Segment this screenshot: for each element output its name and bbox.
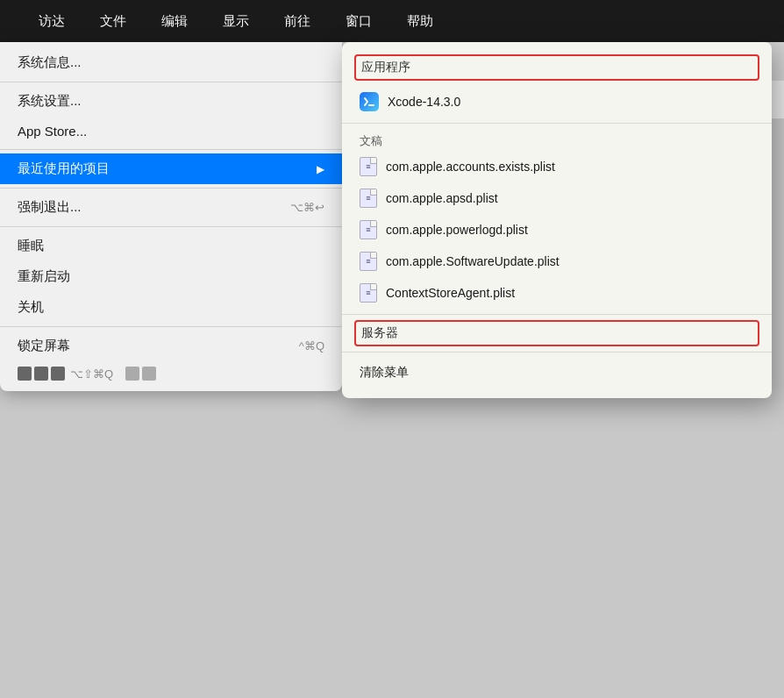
menu-item-force-quit-label: 强制退出... bbox=[18, 199, 82, 216]
menubar-item-file[interactable]: 文件 bbox=[93, 10, 133, 33]
menu-item-app-store-label: App Store... bbox=[18, 124, 87, 139]
submenu-clear-menu[interactable]: 清除菜单 bbox=[342, 358, 772, 388]
menu-item-lock-screen[interactable]: 锁定屏幕 ^⌘Q bbox=[0, 331, 342, 361]
menubar-item-finder[interactable]: 访达 bbox=[32, 10, 72, 33]
menu-item-sleep[interactable]: 睡眠 bbox=[0, 231, 342, 261]
menu-item-restart[interactable]: 重新启动 bbox=[0, 261, 342, 292]
menu-item-restart-label: 重新启动 bbox=[18, 268, 70, 285]
doc-name-5: ContextStoreAgent.plist bbox=[386, 286, 515, 300]
user-avatar-icons bbox=[18, 367, 65, 381]
doc-file-icon-4: ≡ bbox=[360, 252, 377, 271]
menu-item-shutdown[interactable]: 关机 bbox=[0, 292, 342, 323]
menubar-item-window[interactable]: 窗口 bbox=[339, 10, 379, 33]
doc-file-icon-1: ≡ bbox=[360, 157, 377, 176]
doc-file-icon-3: ≡ bbox=[360, 220, 377, 239]
submenu-item-xcode[interactable]: Xcode-14.3.0 bbox=[342, 86, 772, 118]
submenu-doc-3[interactable]: ≡ com.apple.powerlogd.plist bbox=[342, 214, 772, 246]
avatar-icon-1 bbox=[18, 367, 32, 381]
submenu-doc-1[interactable]: ≡ com.apple.accounts.exists.plist bbox=[342, 151, 772, 182]
menu-item-system-info[interactable]: 系统信息... bbox=[0, 47, 342, 78]
menu-item-recent-label: 最近使用的项目 bbox=[18, 160, 110, 177]
menu-separator-2 bbox=[0, 149, 342, 150]
documents-section-label: 文稿 bbox=[360, 134, 382, 147]
menu-item-sleep-label: 睡眠 bbox=[18, 238, 44, 254]
doc-name-4: com.apple.SoftwareUpdate.plist bbox=[386, 254, 559, 268]
submenu-doc-4[interactable]: ≡ com.apple.SoftwareUpdate.plist bbox=[342, 246, 772, 277]
doc-file-icon-5: ≡ bbox=[360, 283, 377, 303]
extra-icon-1 bbox=[125, 367, 139, 381]
menu-item-lock-shortcut: ^⌘Q bbox=[299, 339, 324, 353]
doc-name-2: com.apple.apsd.plist bbox=[386, 191, 498, 205]
submenu-sep-1 bbox=[342, 123, 772, 124]
menu-item-lock-label: 锁定屏幕 bbox=[18, 338, 70, 354]
submenu-sep-3 bbox=[342, 352, 772, 353]
menu-item-recent-items[interactable]: 最近使用的项目 ▶ bbox=[0, 153, 342, 184]
menubar: 访达 文件 编辑 显示 前往 窗口 帮助 bbox=[0, 0, 784, 42]
menu-item-force-quit[interactable]: 强制退出... ⌥⌘↩ bbox=[0, 192, 342, 223]
menubar-item-help[interactable]: 帮助 bbox=[400, 10, 440, 33]
xcode-app-icon bbox=[360, 92, 379, 111]
lock-shortcut-bottom: ⌥⇧⌘Q bbox=[70, 367, 113, 381]
clear-menu-label: 清除菜单 bbox=[360, 365, 409, 379]
doc-file-icon-2: ≡ bbox=[360, 189, 377, 208]
avatar-icon-2 bbox=[34, 367, 48, 381]
menubar-item-view[interactable]: 显示 bbox=[216, 10, 256, 33]
doc-name-3: com.apple.powerlogd.plist bbox=[386, 223, 528, 237]
menu-separator-1 bbox=[0, 82, 342, 82]
xcode-app-name: Xcode-14.3.0 bbox=[388, 95, 460, 109]
menu-item-force-quit-shortcut: ⌥⌘↩ bbox=[290, 201, 324, 214]
menu-item-app-store[interactable]: App Store... bbox=[0, 117, 342, 146]
apple-dropdown-menu: 系统信息... 系统设置... App Store... 最近使用的项目 ▶ 强… bbox=[0, 42, 342, 391]
extra-icon-2 bbox=[142, 367, 156, 381]
submenu-doc-5[interactable]: ≡ ContextStoreAgent.plist bbox=[342, 277, 772, 309]
menu-separator-4 bbox=[0, 226, 342, 227]
menu-item-shutdown-label: 关机 bbox=[18, 299, 44, 316]
submenu-arrow-icon: ▶ bbox=[317, 163, 324, 175]
avatar-icon-3 bbox=[51, 367, 65, 381]
menu-item-system-info-label: 系统信息... bbox=[18, 54, 82, 71]
submenu-sep-2 bbox=[342, 314, 772, 315]
menu-separator-3 bbox=[0, 188, 342, 189]
recent-items-submenu: 应用程序 Xcode-14.3.0 文稿 ≡ com.apple.account… bbox=[342, 42, 772, 398]
servers-section-label: 服务器 bbox=[361, 325, 398, 341]
menu-separator-5 bbox=[0, 326, 342, 327]
servers-section-header-box: 服务器 bbox=[354, 320, 759, 346]
menu-item-system-prefs[interactable]: 系统设置... bbox=[0, 86, 342, 117]
extra-icons bbox=[125, 367, 156, 381]
doc-name-1: com.apple.accounts.exists.plist bbox=[386, 160, 555, 174]
menubar-item-edit[interactable]: 编辑 bbox=[154, 10, 195, 33]
applications-section-label: 应用程序 bbox=[361, 60, 410, 75]
submenu-doc-2[interactable]: ≡ com.apple.apsd.plist bbox=[342, 182, 772, 214]
applications-section-header-box: 应用程序 bbox=[354, 54, 759, 81]
menubar-item-go[interactable]: 前往 bbox=[277, 10, 317, 33]
menu-item-system-prefs-label: 系统设置... bbox=[18, 93, 82, 110]
